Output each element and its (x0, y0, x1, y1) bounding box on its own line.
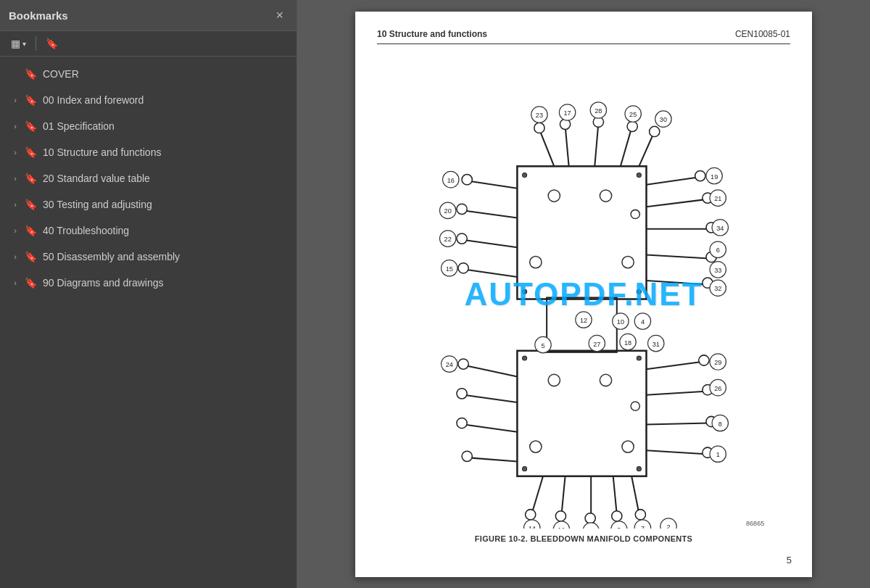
svg-text:22: 22 (444, 236, 452, 244)
bookmark-item-01[interactable]: › 🔖 01 Specification (0, 113, 297, 139)
svg-point-73 (523, 467, 527, 471)
svg-point-47 (462, 452, 472, 462)
expand-icon-50: › (10, 252, 20, 261)
svg-text:20: 20 (444, 208, 452, 215)
svg-point-38 (458, 263, 468, 273)
svg-line-6 (621, 128, 631, 167)
svg-line-12 (647, 178, 698, 185)
svg-text:9: 9 (617, 527, 621, 529)
svg-line-19 (464, 425, 517, 432)
svg-point-74 (637, 467, 641, 471)
svg-line-18 (464, 395, 517, 402)
sidebar: Bookmarks × ▦ ▾ 🔖 🔖 COVER › 🔖 00 Index a… (0, 0, 297, 588)
bookmark-flag-icon-30: 🔖 (25, 199, 37, 210)
svg-point-67 (523, 173, 527, 178)
bookmark-label-20: 20 Standard value table (43, 173, 150, 184)
bookmark-item-40[interactable]: › 🔖 40 Troubleshooting (0, 218, 297, 244)
svg-text:8: 8 (718, 421, 722, 428)
svg-point-60 (530, 257, 542, 268)
sidebar-title: Bookmarks (9, 9, 68, 22)
bookmark-label-50: 50 Disassembly and assembly (43, 251, 180, 262)
svg-line-7 (639, 133, 653, 167)
svg-line-21 (647, 363, 702, 370)
bookmark-flag-icon-01: 🔖 (25, 120, 37, 132)
bookmark-label-30: 30 Testing and adjusting (43, 199, 152, 210)
svg-text:27: 27 (593, 341, 600, 348)
svg-line-28 (613, 476, 617, 515)
svg-point-33 (627, 122, 637, 132)
svg-text:4: 4 (641, 319, 645, 326)
svg-rect-0 (517, 167, 646, 299)
svg-text:32: 32 (714, 286, 721, 293)
expand-icon-30: › (10, 200, 20, 209)
bookmark-label-40: 40 Troubleshooting (43, 225, 129, 236)
bookmark-flag-icon-cover: 🔖 (25, 68, 37, 80)
list-icon: ▦ (11, 38, 20, 49)
bookmark-item-cover[interactable]: 🔖 COVER (0, 61, 297, 87)
list-view-button[interactable]: ▦ ▾ (7, 36, 30, 51)
svg-point-35 (462, 175, 472, 185)
bookmark-label-cover: COVER (43, 68, 79, 80)
svg-point-133 (583, 523, 599, 528)
svg-point-45 (457, 389, 467, 399)
expand-icon-10: › (10, 148, 20, 157)
svg-point-63 (600, 375, 611, 386)
bookmark-label-01: 01 Specification (43, 120, 115, 132)
svg-text:1: 1 (716, 452, 720, 459)
close-button[interactable]: × (271, 7, 288, 23)
bookmark-flag-icon-50: 🔖 (25, 251, 37, 262)
bookmark-flag-icon-10: 🔖 (25, 146, 37, 158)
svg-point-65 (622, 441, 634, 452)
bookmark-item-20[interactable]: › 🔖 20 Standard value table (0, 165, 297, 191)
svg-line-17 (465, 366, 517, 377)
svg-line-5 (594, 124, 598, 167)
svg-point-70 (637, 290, 641, 294)
page-body: 23 17 28 25 30 16 20 22 (377, 51, 790, 563)
svg-text:17: 17 (564, 110, 571, 117)
sidebar-toolbar: ▦ ▾ 🔖 (0, 31, 297, 57)
expand-icon-01: › (10, 122, 20, 131)
svg-point-66 (631, 402, 639, 410)
expand-icon-00: › (10, 96, 20, 104)
bookmark-item-30[interactable]: › 🔖 30 Testing and adjusting (0, 191, 297, 218)
svg-point-58 (600, 190, 611, 202)
svg-text:21: 21 (714, 196, 721, 203)
svg-text:11: 11 (558, 527, 565, 529)
svg-line-8 (469, 181, 517, 189)
page-number: 5 (787, 555, 792, 566)
svg-line-23 (647, 423, 710, 425)
svg-line-25 (532, 476, 543, 513)
bookmark-label-00: 00 Index and foreword (43, 94, 144, 106)
svg-line-20 (469, 458, 517, 462)
svg-line-13 (647, 200, 705, 207)
bookmark-flag-icon-20: 🔖 (25, 173, 37, 184)
toolbar-divider (36, 36, 36, 51)
svg-point-68 (637, 173, 641, 178)
figure-caption: FIGURE 10-2. BLEEDDOWN MANIFOLD COMPONEN… (475, 534, 692, 543)
svg-line-10 (464, 241, 517, 248)
bookmark-item-50[interactable]: › 🔖 50 Disassembly and assembly (0, 244, 297, 270)
svg-point-69 (523, 290, 527, 294)
svg-point-64 (530, 441, 542, 452)
svg-point-53 (555, 511, 566, 521)
svg-point-52 (526, 510, 536, 520)
svg-text:34: 34 (716, 225, 724, 232)
svg-text:15: 15 (446, 265, 453, 273)
svg-text:30: 30 (660, 117, 667, 124)
bookmark-flag-icon-00: 🔖 (25, 94, 37, 106)
svg-line-3 (539, 130, 554, 167)
bookmark-icon: 🔖 (46, 38, 58, 49)
svg-text:12: 12 (580, 318, 587, 325)
svg-text:26: 26 (714, 385, 721, 392)
bookmark-item-00[interactable]: › 🔖 00 Index and foreword (0, 87, 297, 113)
svg-point-62 (548, 375, 560, 386)
bookmark-item-10[interactable]: › 🔖 10 Structure and functions (0, 139, 297, 165)
svg-text:16: 16 (447, 177, 455, 184)
bookmark-item-90[interactable]: › 🔖 90 Diagrams and drawings (0, 270, 297, 296)
bookmark-flag-icon-40: 🔖 (25, 225, 37, 236)
svg-text:31: 31 (652, 341, 660, 348)
svg-text:29: 29 (714, 360, 721, 367)
svg-point-55 (612, 511, 622, 521)
bookmark-tool-button[interactable]: 🔖 (42, 36, 62, 51)
svg-point-57 (548, 190, 560, 202)
